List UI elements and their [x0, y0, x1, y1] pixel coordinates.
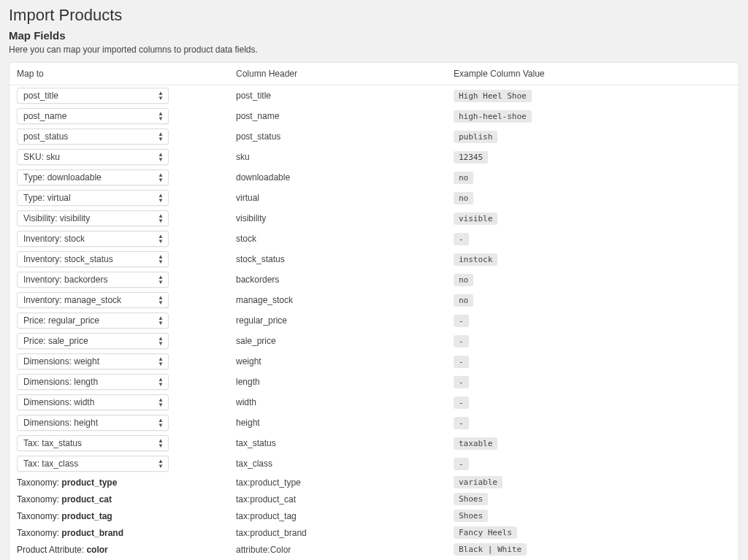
map-to-select[interactable]: Price: regular_price▲▼	[17, 312, 169, 329]
chevron-updown-icon: ▲▼	[158, 296, 164, 305]
column-header-cell: post_status	[229, 131, 446, 142]
table-row: Taxonomy: product_cattax:product_catShoe…	[9, 491, 739, 507]
example-value: -	[454, 376, 469, 388]
column-header-cell: regular_price	[229, 315, 446, 326]
column-header-cell: tax:product_type	[229, 477, 446, 488]
table-row: Tax: tax_class▲▼tax_class-	[9, 453, 739, 474]
map-to-select-label: Dimensions: width	[23, 397, 94, 407]
column-header-cell: height	[229, 417, 446, 429]
map-to-select-label: Inventory: stock_status	[23, 254, 113, 264]
map-to-select[interactable]: Inventory: manage_stock▲▼	[17, 292, 169, 308]
table-row: Dimensions: weight▲▼weight-	[9, 351, 739, 372]
map-to-select-label: Inventory: manage_stock	[23, 295, 121, 305]
table-row: post_title▲▼post_titleHigh Heel Shoe	[9, 85, 739, 106]
map-to-select[interactable]: Type: downloadable▲▼	[17, 169, 169, 185]
table-row: Product Attribute: colorattribute:ColorB…	[9, 541, 739, 558]
table-row: Inventory: stock▲▼stock-	[9, 229, 739, 249]
example-value: -	[454, 458, 469, 470]
chevron-updown-icon: ▲▼	[158, 316, 164, 326]
chevron-updown-icon: ▲▼	[158, 275, 164, 285]
map-to-select[interactable]: Inventory: stock▲▼	[17, 231, 169, 247]
example-value: taxable	[454, 437, 497, 450]
table-row: Dimensions: width▲▼width-	[9, 392, 739, 413]
map-to-select[interactable]: Price: sale_price▲▼	[17, 333, 169, 349]
map-to-select[interactable]: Visibility: visibility▲▼	[17, 210, 169, 226]
table-header-row: Map to Column Header Example Column Valu…	[9, 63, 739, 85]
table-row: Type: downloadable▲▼downloadableno	[9, 167, 739, 188]
example-value: instock	[454, 253, 497, 266]
example-value: -	[454, 417, 469, 429]
map-to-select[interactable]: Inventory: stock_status▲▼	[17, 251, 169, 267]
example-value: -	[454, 396, 469, 409]
map-to-select[interactable]: SKU: sku▲▼	[17, 149, 169, 165]
map-to-select[interactable]: Dimensions: weight▲▼	[17, 353, 169, 369]
column-header-cell: backorders	[229, 274, 446, 285]
map-to-select-label: Tax: tax_class	[23, 459, 78, 469]
chevron-updown-icon: ▲▼	[158, 418, 164, 428]
map-to-select[interactable]: post_status▲▼	[17, 129, 169, 145]
column-header-cell: sale_price	[229, 335, 446, 347]
example-value: visible	[454, 212, 497, 225]
map-to-select-label: Dimensions: length	[23, 377, 98, 387]
map-to-select-label: post_title	[23, 91, 58, 101]
th-column-header: Column Header	[229, 67, 446, 80]
example-value: -	[454, 356, 469, 368]
map-to-select[interactable]: Dimensions: length▲▼	[17, 374, 169, 390]
table-row: Inventory: backorders▲▼backordersno	[9, 269, 739, 290]
chevron-updown-icon: ▲▼	[158, 459, 164, 469]
column-header-cell: visibility	[229, 212, 446, 224]
chevron-updown-icon: ▲▼	[158, 153, 164, 162]
table-row: Taxonomy: product_tagtax:product_tagShoe…	[9, 507, 739, 524]
map-to-select-label: Type: downloadable	[23, 172, 102, 183]
chevron-updown-icon: ▲▼	[158, 398, 164, 407]
map-to-prefix: Taxonomy:	[17, 511, 61, 521]
map-to-select-label: Inventory: stock	[23, 234, 85, 244]
map-to-select[interactable]: Type: virtual▲▼	[17, 190, 169, 206]
map-to-fixed-label: Taxonomy: product_type	[17, 477, 117, 488]
map-to-select-label: Tax: tax_status	[23, 438, 82, 448]
map-to-select-label: post_name	[23, 111, 66, 121]
th-example: Example Column Value	[446, 67, 739, 80]
map-to-select[interactable]: Dimensions: width▲▼	[17, 394, 169, 410]
map-to-select[interactable]: Dimensions: height▲▼	[17, 415, 169, 431]
example-value: no	[454, 274, 473, 286]
chevron-updown-icon: ▲▼	[158, 234, 164, 244]
field-mapping-table: Map to Column Header Example Column Valu…	[9, 62, 739, 560]
map-to-select-label: Price: sale_price	[23, 336, 88, 346]
column-header-cell: length	[229, 376, 446, 388]
map-to-bold: product_brand	[61, 528, 123, 538]
column-header-cell: post_title	[229, 90, 446, 101]
chevron-updown-icon: ▲▼	[158, 214, 164, 223]
table-row: Taxonomy: product_typetax:product_typeva…	[9, 474, 739, 491]
map-to-select[interactable]: Tax: tax_status▲▼	[17, 435, 169, 451]
table-row: Visibility: visibility▲▼visibilityvisibl…	[9, 208, 739, 229]
map-to-prefix: Taxonomy:	[17, 528, 61, 538]
example-value: variable	[454, 476, 503, 488]
map-to-select[interactable]: post_title▲▼	[17, 88, 169, 104]
map-to-select[interactable]: Inventory: backorders▲▼	[17, 272, 169, 288]
example-value: Shoes	[454, 493, 488, 505]
map-to-select-label: Inventory: backorders	[23, 275, 107, 285]
table-row: post_name▲▼post_namehigh-heel-shoe	[9, 106, 739, 126]
column-header-cell: sku	[229, 151, 446, 163]
table-row: post_status▲▼post_statuspublish	[9, 126, 739, 147]
map-to-prefix: Taxonomy:	[17, 494, 61, 505]
table-row: Inventory: manage_stock▲▼manage_stockno	[9, 290, 739, 310]
chevron-updown-icon: ▲▼	[158, 173, 164, 183]
example-value: no	[454, 192, 473, 204]
chevron-updown-icon: ▲▼	[158, 337, 164, 346]
map-to-select-label: Dimensions: height	[23, 418, 98, 428]
map-to-fixed-label: Taxonomy: product_brand	[17, 528, 123, 538]
table-row: Taxonomy: product_brandtax:product_brand…	[9, 524, 739, 541]
example-value: Fancy Heels	[454, 526, 517, 539]
column-header-cell: tax_class	[229, 458, 446, 469]
column-header-cell: virtual	[229, 192, 446, 204]
table-row: Dimensions: length▲▼length-	[9, 372, 739, 392]
map-to-select[interactable]: post_name▲▼	[17, 108, 169, 124]
map-to-fixed-label: Taxonomy: product_cat	[17, 494, 112, 505]
example-value: -	[454, 233, 469, 245]
table-row: Inventory: stock_status▲▼stock_statusins…	[9, 249, 739, 269]
column-header-cell: tax:product_cat	[229, 494, 446, 505]
map-to-select[interactable]: Tax: tax_class▲▼	[17, 456, 169, 472]
example-value: no	[454, 294, 473, 307]
